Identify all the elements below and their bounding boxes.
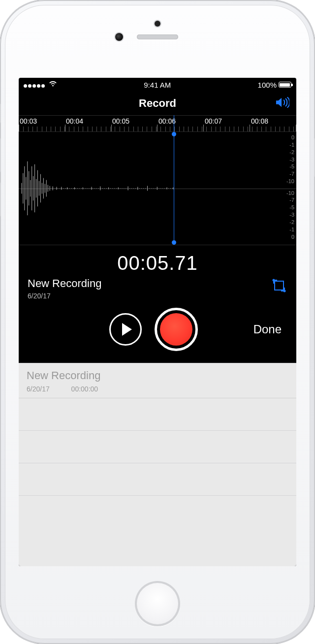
screen: 9:41 AM 100% Record	[19, 78, 296, 566]
home-button[interactable]	[135, 581, 180, 626]
elapsed-time: 00:05.71	[117, 252, 198, 274]
list-item-duration: 00:00:00	[71, 385, 98, 393]
nav-bar: Record	[19, 92, 296, 115]
volume-up-button	[0, 138, 1, 172]
playback-controls: Done	[19, 305, 296, 363]
status-time: 9:41 AM	[144, 81, 171, 89]
battery-percent: 100%	[258, 81, 277, 89]
signal-dots-icon	[24, 81, 46, 89]
waveform-icon	[19, 132, 174, 245]
list-item-empty	[19, 431, 296, 463]
recording-name[interactable]: New Recording	[28, 277, 101, 290]
ruler-mark: 00:04	[66, 117, 83, 125]
waveform-panel[interactable]: 0-1-2-3-5-7-10 -10-7-5-3-2-10	[19, 132, 296, 245]
speaker-toggle-button[interactable]	[275, 96, 289, 111]
record-button[interactable]	[155, 308, 198, 351]
done-button[interactable]: Done	[253, 322, 282, 336]
db-scale-top: 0-1-2-3-5-7-10	[286, 134, 294, 185]
battery-indicator: 100%	[258, 81, 291, 89]
list-item-date: 6/20/17	[27, 385, 50, 393]
volume-down-button	[0, 182, 1, 217]
timeline-ruler[interactable]: 00:03 00:04 00:05 00:06 00:07 00:08	[19, 115, 296, 132]
ruler-mark: 00:08	[251, 117, 268, 125]
svg-rect-38	[275, 281, 284, 290]
list-item[interactable]: New Recording 6/20/17 00:00:00	[19, 363, 296, 398]
recording-date: 6/20/17	[28, 292, 101, 300]
front-camera	[115, 33, 123, 41]
ruler-mark: 00:07	[205, 117, 222, 125]
earpiece-speaker	[137, 34, 178, 39]
trim-button[interactable]	[271, 277, 287, 296]
wifi-icon	[49, 80, 57, 90]
list-item-name: New Recording	[27, 369, 288, 382]
playhead[interactable]	[174, 115, 174, 245]
db-scale-bottom: -10-7-5-3-2-10	[286, 190, 294, 241]
status-bar: 9:41 AM 100%	[19, 78, 296, 92]
ruler-mark: 00:03	[20, 117, 37, 125]
phone-frame: 9:41 AM 100% Record	[0, 0, 315, 644]
proximity-sensor	[155, 21, 160, 27]
page-title: Record	[139, 97, 176, 110]
list-item-empty	[19, 398, 296, 431]
list-item-empty	[19, 463, 296, 496]
recordings-list[interactable]: New Recording 6/20/17 00:00:00	[19, 363, 296, 566]
ruler-mark: 00:05	[112, 117, 129, 125]
play-button[interactable]	[109, 313, 142, 346]
mute-switch	[0, 103, 1, 123]
